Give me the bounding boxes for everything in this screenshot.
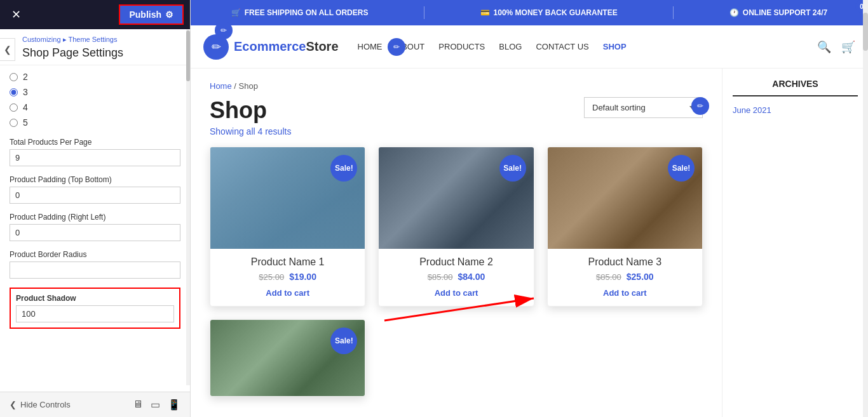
edit-nav-pencil[interactable]: ✏ — [388, 38, 405, 56]
product-name-2: Product Name 2 — [386, 256, 526, 268]
radio-2-label: 2 — [23, 72, 28, 82]
nav-contact[interactable]: CONTACT US — [536, 42, 588, 51]
product-shadow-label: Product Shadow — [16, 294, 174, 303]
mobile-icon[interactable]: 📱 — [168, 399, 180, 411]
sort-select[interactable]: Default sorting Sort by popularity Sort … — [584, 97, 703, 118]
add-to-cart-2[interactable]: Add to cart — [435, 288, 478, 298]
back-button[interactable]: ❮ — [0, 38, 15, 61]
padding-top-bottom-field: Product Padding (Top Bottom) — [10, 175, 180, 204]
nav-products[interactable]: PRODUCTS — [438, 42, 485, 51]
padding-right-left-input[interactable] — [10, 224, 180, 241]
publish-label: Publish — [129, 10, 161, 20]
price-new-2: $84.00 — [458, 272, 485, 282]
add-to-cart-3[interactable]: Add to cart — [603, 288, 647, 298]
gear-icon: ⚙ — [165, 10, 173, 20]
border-radius-label: Product Border Radius — [10, 250, 180, 259]
guarantee-icon: 💳 — [480, 8, 490, 17]
product-image-3: Sale! — [548, 147, 702, 249]
total-products-input[interactable] — [10, 149, 180, 166]
divider-1 — [424, 6, 424, 19]
nav-home[interactable]: HOME — [358, 42, 383, 51]
sidebar-right: ARCHIVES June 2021 — [722, 69, 868, 417]
close-button[interactable]: ✕ — [6, 5, 26, 24]
price-row-3: $85.00 $25.00 — [555, 272, 695, 282]
padding-top-bottom-input[interactable] — [10, 187, 180, 204]
total-products-field: Total Products Per Page — [10, 138, 180, 166]
desktop-icon[interactable]: 🖥 — [133, 399, 143, 411]
top-bar-left: ✕ — [6, 5, 26, 24]
padding-right-left-label: Product Padding (Right Left) — [10, 213, 180, 222]
panel-bottom: ❮ Hide Controls 🖥 ▭ 📱 — [0, 392, 190, 417]
support-text: ONLINE SUPPORT 24/7 — [743, 8, 827, 17]
logo-pencil-icon: ✏ — [212, 40, 221, 54]
nav-blog[interactable]: BLOG — [499, 42, 522, 51]
device-icons: 🖥 ▭ 📱 — [133, 399, 180, 411]
shop-breadcrumb: Home / Shop — [210, 81, 703, 91]
price-row-1: $25.00 $19.00 — [218, 272, 357, 282]
breadcrumb-home[interactable]: Home — [210, 81, 232, 91]
tablet-icon[interactable]: ▭ — [151, 399, 160, 411]
products-grid-row2: Sale! — [210, 319, 703, 397]
radio-4-label: 4 — [23, 102, 28, 112]
radio-3-label: 3 — [23, 87, 28, 97]
panel-title: Shop Page Settings — [22, 46, 180, 60]
shipping-text: FREE SHIPPING ON ALL ORDERS — [245, 8, 369, 17]
add-to-cart-1[interactable]: Add to cart — [266, 288, 309, 298]
radio-5-label: 5 — [23, 117, 28, 128]
radio-4[interactable] — [10, 103, 18, 112]
radio-3[interactable] — [10, 88, 18, 96]
announcement-shipping: 🛒 FREE SHIPPING ON ALL ORDERS — [231, 8, 369, 17]
shop-title-area: Shop Showing all 4 results — [210, 97, 291, 136]
shop-header: Shop Showing all 4 results Default sorti… — [210, 97, 703, 136]
border-radius-input[interactable] — [10, 261, 180, 279]
product-image-4: Sale! — [210, 320, 365, 396]
panel-content: 2 3 4 5 Total Products Per Page Product … — [0, 65, 190, 392]
cart-icon-announcement: 🛒 — [231, 8, 241, 17]
main-content: Home / Shop Shop Showing all 4 results D… — [191, 69, 868, 417]
breadcrumb-separator: / — [234, 81, 238, 91]
product-shadow-input[interactable] — [16, 305, 174, 322]
price-new-1: $19.00 — [289, 272, 316, 282]
nav-links: ✏ HOME ABOUT PRODUCTS BLOG CONTACT US SH… — [358, 42, 817, 51]
edit-shop-pencil[interactable]: ✏ — [691, 97, 709, 115]
padding-top-bottom-label: Product Padding (Top Bottom) — [10, 175, 180, 184]
breadcrumb: Customizing ▸ Theme Settings — [22, 36, 180, 44]
border-radius-field: Product Border Radius — [10, 250, 180, 279]
logo-text: EcommerceStore — [234, 39, 339, 54]
product-info-1: Product Name 1 $25.00 $19.00 Add to cart — [210, 249, 365, 306]
radio-item-5: 5 — [10, 117, 180, 128]
radio-5[interactable] — [10, 119, 18, 127]
publish-button[interactable]: Publish ⚙ — [119, 4, 184, 25]
sale-badge-3: Sale! — [668, 155, 695, 182]
radio-item-4: 4 — [10, 102, 180, 112]
radio-2[interactable] — [10, 73, 18, 81]
price-row-2: $85.00 $84.00 — [386, 272, 526, 282]
scrollbar[interactable] — [863, 0, 868, 417]
hide-controls-arrow: ❮ — [10, 400, 17, 409]
preview-area: 🛒 FREE SHIPPING ON ALL ORDERS 💳 100% MON… — [191, 0, 868, 417]
shop-results: Showing all 4 results — [210, 126, 291, 136]
product-name-1: Product Name 1 — [218, 256, 357, 268]
edit-logo-pencil[interactable]: ✏ — [215, 22, 233, 39]
support-icon: 🕐 — [729, 8, 739, 17]
hide-controls-toggle[interactable]: ❮ Hide Controls — [10, 400, 71, 409]
product-info-2: Product Name 2 $85.00 $84.00 Add to cart — [379, 249, 533, 306]
shop-title: Shop — [210, 97, 291, 124]
cart-button[interactable]: 🛒 — [841, 40, 855, 54]
scrollbar-thumb — [863, 13, 868, 51]
search-button[interactable]: 🔍 — [817, 40, 831, 54]
product-shadow-field: Product Shadow — [10, 288, 180, 329]
product-image-2: Sale! — [379, 147, 533, 249]
price-old-1: $25.00 — [259, 272, 284, 282]
announcement-guarantee: 💳 100% MONEY BACK GUARANTEE — [480, 8, 618, 17]
padding-right-left-field: Product Padding (Right Left) — [10, 213, 180, 241]
breadcrumb-area: ❮ Customizing ▸ Theme Settings Shop Page… — [0, 29, 190, 65]
products-grid: Sale! Product Name 1 $25.00 $19.00 Add t… — [210, 147, 703, 307]
nav-shop[interactable]: SHOP — [603, 42, 627, 51]
panel-scrollbar-thumb — [186, 30, 190, 81]
archives-june-2021[interactable]: June 2021 — [733, 105, 771, 115]
panel-scrollbar[interactable] — [186, 29, 190, 385]
columns-radio-group: 2 3 4 5 — [10, 72, 180, 128]
left-panel: ✕ Publish ⚙ ❮ Customizing ▸ Theme Settin… — [0, 0, 191, 417]
top-bar: ✕ Publish ⚙ — [0, 0, 190, 29]
